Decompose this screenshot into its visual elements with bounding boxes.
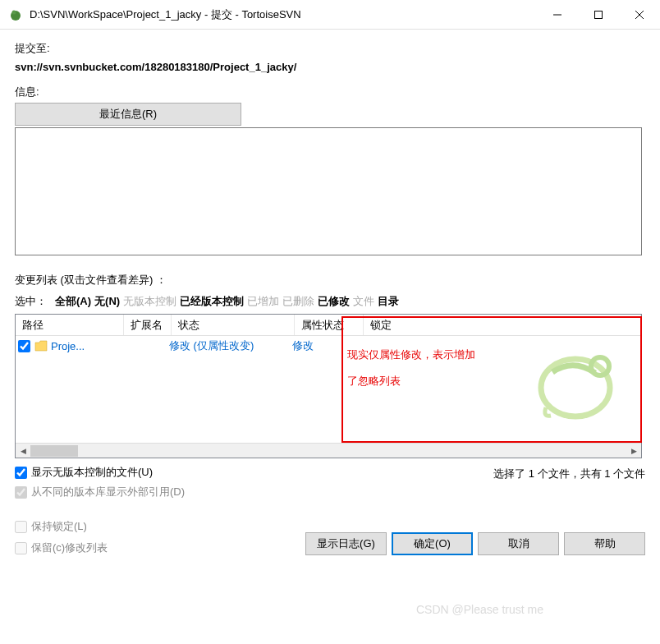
tortoise-watermark-icon	[528, 343, 618, 426]
svg-point-6	[541, 359, 610, 416]
keep-changelist-checkbox[interactable]: 保留(c)修改列表	[15, 540, 108, 555]
horizontal-scrollbar[interactable]: ◀ ▶	[16, 443, 641, 458]
file-table: 路径 扩展名 状态 属性状态 锁定 Proje... 修改 (仅属性改变) 修改…	[15, 314, 642, 458]
commit-message-input[interactable]	[15, 127, 642, 255]
row-checkbox[interactable]	[18, 340, 30, 352]
filter-dirs[interactable]: 目录	[378, 294, 399, 309]
filter-none[interactable]: 无(N)	[94, 294, 120, 309]
th-propstatus[interactable]: 属性状态	[295, 315, 364, 335]
filter-files: 文件	[353, 294, 374, 309]
folder-icon	[34, 340, 48, 352]
svg-rect-3	[595, 11, 603, 18]
commit-to-label: 提交至:	[15, 41, 645, 56]
recent-messages-button[interactable]: 最近信息(R)	[15, 103, 241, 126]
filter-added: 已增加	[247, 294, 279, 309]
cell-path: Proje...	[51, 340, 121, 352]
maximize-button[interactable]	[578, 0, 619, 30]
th-path[interactable]: 路径	[16, 315, 124, 335]
svg-point-7	[591, 357, 609, 375]
filter-deleted: 已删除	[282, 294, 314, 309]
show-log-button[interactable]: 显示日志(G)	[305, 532, 387, 555]
close-button[interactable]	[619, 0, 660, 30]
commit-url: svn://svn.svnbucket.com/18280183180/Proj…	[15, 61, 645, 73]
filter-row: 选中： 全部(A) 无(N) 无版本控制 已经版本控制 已增加 已删除 已修改 …	[15, 294, 645, 309]
info-label: 信息:	[15, 85, 645, 99]
tortoisesvn-icon	[8, 7, 23, 22]
filter-unversioned: 无版本控制	[123, 294, 176, 309]
selection-status: 选择了 1 个文件，共有 1 个文件	[493, 467, 645, 481]
show-externals-checkbox: 从不同的版本库显示外部引用(D)	[15, 485, 185, 499]
scroll-thumb[interactable]	[30, 445, 78, 457]
changelist-label: 变更列表 (双击文件查看差异) ：	[15, 273, 645, 288]
cell-status: 修改 (仅属性改变)	[169, 338, 292, 353]
scroll-right-icon[interactable]: ▶	[626, 444, 641, 458]
show-unversioned-checkbox[interactable]: 显示无版本控制的文件(U)	[15, 465, 185, 480]
csdn-watermark: CSDN @Please trust me	[416, 603, 543, 616]
table-row[interactable]: Proje... 修改 (仅属性改变) 修改	[16, 336, 641, 356]
filter-versioned[interactable]: 已经版本控制	[180, 294, 244, 309]
ok-button[interactable]: 确定(O)	[392, 532, 473, 555]
help-button[interactable]: 帮助	[564, 532, 645, 555]
window-title: D:\SVN\WorkSpace\Project_1_jacky - 提交 - …	[30, 7, 537, 22]
filter-modified[interactable]: 已修改	[318, 294, 350, 309]
th-lock[interactable]: 锁定	[364, 315, 641, 335]
th-ext[interactable]: 扩展名	[124, 315, 172, 335]
cell-propstatus: 修改	[292, 338, 358, 353]
keep-locks-checkbox[interactable]: 保持锁定(L)	[15, 519, 108, 534]
titlebar: D:\SVN\WorkSpace\Project_1_jacky - 提交 - …	[0, 0, 660, 30]
table-header: 路径 扩展名 状态 属性状态 锁定	[16, 315, 641, 336]
th-status[interactable]: 状态	[172, 315, 295, 335]
table-body: Proje... 修改 (仅属性改变) 修改 现实仅属性修改，表示增加 了忽略列…	[16, 336, 641, 443]
filter-all[interactable]: 全部(A)	[55, 294, 91, 309]
minimize-button[interactable]	[537, 0, 578, 30]
cancel-button[interactable]: 取消	[478, 532, 559, 555]
filter-label: 选中：	[15, 294, 47, 309]
svg-point-1	[12, 10, 16, 14]
scroll-left-icon[interactable]: ◀	[16, 444, 30, 458]
